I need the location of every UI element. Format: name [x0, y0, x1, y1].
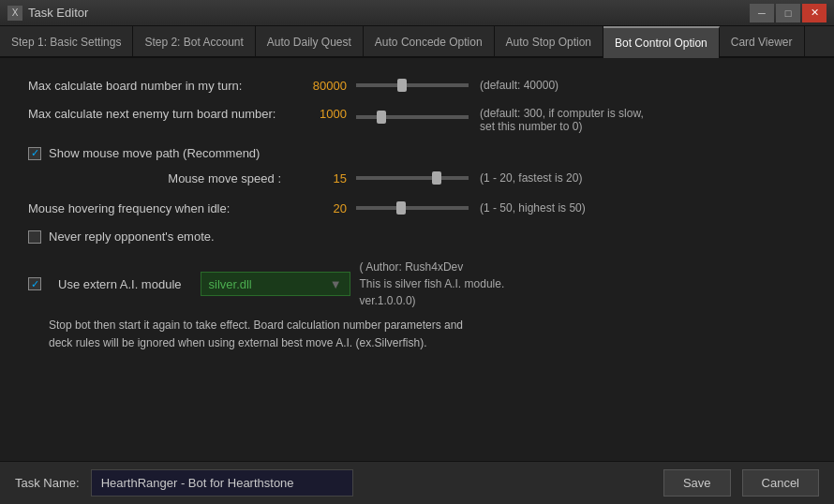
tabbar: Step 1: Basic Settings Step 2: Bot Accou…	[0, 26, 834, 58]
bottombar: Task Name: Save Cancel	[0, 461, 834, 504]
ai-stop-description: Stop bot then start it again to take eff…	[49, 317, 480, 352]
ai-desc2: ver.1.0.0.0)	[360, 292, 505, 309]
dropdown-arrow-icon: ▼	[330, 277, 342, 291]
max-enemy-row: Max calculate next enemy turn board numb…	[28, 107, 806, 133]
show-mouse-checkbox[interactable]	[28, 147, 41, 160]
max-board-label: Max calculate board number in my turn:	[28, 79, 290, 93]
mouse-idle-label: Mouse hovering frequency when idle:	[28, 201, 290, 215]
maximize-button[interactable]: □	[776, 4, 800, 22]
ai-module-dropdown[interactable]: silver.dll ▼	[201, 272, 350, 296]
max-enemy-slider-container	[356, 109, 469, 126]
use-ai-row: Use extern A.I. module silver.dll ▼ ( Au…	[28, 259, 806, 309]
never-reply-checkbox[interactable]	[28, 230, 41, 244]
show-mouse-row: Show mouse move path (Recommend)	[28, 146, 806, 160]
close-button[interactable]: ✕	[802, 4, 827, 22]
use-ai-label: Use extern A.I. module	[58, 277, 182, 291]
max-board-slider-container	[356, 77, 469, 94]
ai-info: ( Author: Rush4xDev This is silver fish …	[360, 259, 505, 309]
max-enemy-value: 1000	[290, 107, 347, 121]
ai-author: ( Author: Rush4xDev	[360, 259, 505, 275]
mouse-idle-value: 20	[290, 201, 347, 215]
mouse-idle-row: Mouse hovering frequency when idle: 20 (…	[28, 200, 806, 216]
show-mouse-label: Show mouse move path (Recommend)	[49, 146, 260, 160]
tab-quest[interactable]: Auto Daily Quest	[256, 26, 364, 58]
mouse-speed-slider[interactable]	[356, 176, 469, 180]
max-enemy-hint1: (default: 300, if computer is slow,	[480, 107, 644, 120]
mouse-speed-value: 15	[290, 171, 347, 185]
max-enemy-label: Max calculate next enemy turn board numb…	[28, 107, 290, 121]
never-reply-label: Never reply opponent's emote.	[49, 230, 215, 244]
task-name-label: Task Name:	[15, 476, 80, 490]
mouse-idle-slider[interactable]	[356, 206, 469, 210]
mouse-idle-slider-container	[356, 200, 469, 216]
titlebar: X Task Editor ─ □ ✕	[0, 0, 834, 26]
tab-basic[interactable]: Step 1: Basic Settings	[0, 26, 133, 58]
tab-stop[interactable]: Auto Stop Option	[495, 26, 603, 58]
tab-bot[interactable]: Step 2: Bot Account	[133, 26, 255, 58]
mouse-speed-row: Mouse move speed : 15 (1 - 20, fastest i…	[47, 170, 806, 186]
minimize-button[interactable]: ─	[750, 4, 774, 22]
ai-desc1: This is silver fish A.I. module.	[360, 275, 505, 292]
cancel-button[interactable]: Cancel	[742, 469, 819, 497]
window-controls: ─ □ ✕	[750, 4, 827, 22]
titlebar-left: X Task Editor	[7, 6, 88, 21]
max-board-value: 80000	[290, 79, 347, 93]
main-content: Max calculate board number in my turn: 8…	[0, 58, 834, 461]
ai-module-value: silver.dll	[209, 277, 252, 291]
mouse-idle-hint: (1 - 50, highest is 50)	[480, 201, 586, 215]
save-button[interactable]: Save	[663, 469, 731, 497]
app-icon: X	[7, 6, 22, 21]
max-board-hint: (default: 40000)	[480, 79, 558, 92]
mouse-speed-label: Mouse move speed :	[47, 171, 290, 185]
max-enemy-slider[interactable]	[356, 115, 469, 119]
tab-control[interactable]: Bot Control Option	[603, 26, 720, 58]
max-enemy-hint2: set this number to 0)	[480, 120, 644, 133]
tab-concede[interactable]: Auto Concede Option	[364, 26, 495, 58]
window-title: Task Editor	[28, 6, 88, 20]
max-board-row: Max calculate board number in my turn: 8…	[28, 77, 806, 94]
mouse-speed-slider-container	[356, 170, 469, 186]
tab-cardviewer[interactable]: Card Viewer	[720, 26, 805, 58]
mouse-speed-hint: (1 - 20, fastest is 20)	[480, 171, 582, 185]
max-enemy-hints: (default: 300, if computer is slow, set …	[480, 107, 644, 133]
max-board-slider[interactable]	[356, 83, 469, 87]
use-ai-checkbox[interactable]	[28, 277, 41, 290]
never-reply-row: Never reply opponent's emote.	[28, 230, 806, 244]
task-name-input[interactable]	[91, 469, 353, 497]
